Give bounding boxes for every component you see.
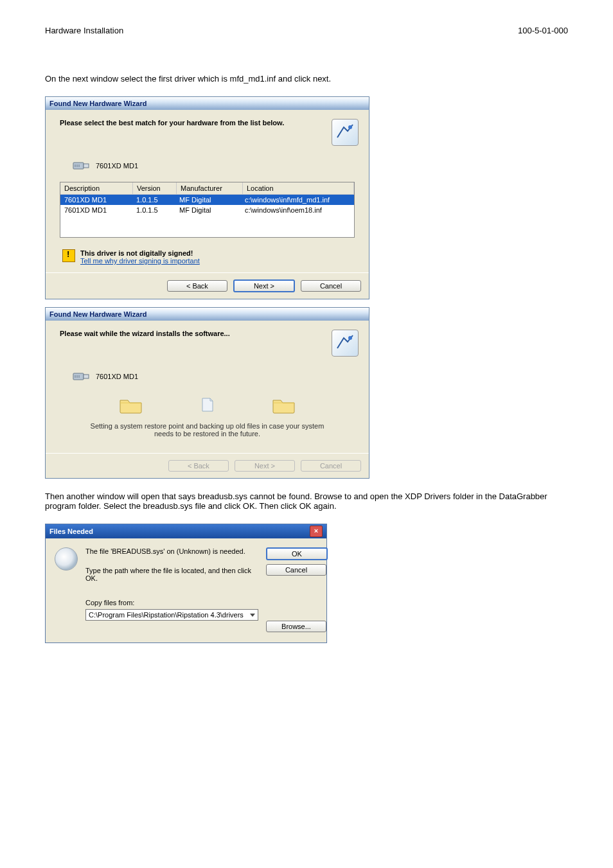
doc-header-right: 100-5-01-000 — [518, 26, 568, 35]
cancel-button[interactable]: Cancel — [301, 280, 361, 292]
driver-row[interactable]: 7601XD MD1 1.0.1.5 MF Digital c:\windows… — [60, 205, 354, 215]
next-button[interactable]: Next > — [233, 279, 295, 292]
disc-icon — [55, 547, 78, 571]
col-location[interactable]: Location — [243, 182, 354, 194]
device-port-icon — [73, 369, 89, 384]
path-combobox[interactable]: C:\Program Files\Ripstation\Ripstation 4… — [85, 609, 258, 621]
copy-animation — [60, 395, 355, 414]
dialog-title: Files Needed — [49, 524, 93, 538]
instruction-paragraph-2: Then another window will open that says … — [45, 492, 568, 511]
signing-info-link[interactable]: Tell me why driver signing is important — [80, 257, 200, 265]
hardware-wizard-icon — [332, 330, 359, 357]
folder-dest-icon — [272, 395, 296, 414]
wizard-prompt: Please select the best match for your ha… — [60, 119, 284, 127]
svg-rect-7 — [73, 373, 84, 380]
device-name-label: 7601XD MD1 — [96, 373, 138, 380]
files-needed-dialog: Files Needed × The file 'BREADUSB.sys' o… — [45, 524, 327, 643]
wizard-prompt: Please wait while the wizard installs th… — [60, 330, 230, 337]
back-button[interactable]: < Back — [167, 280, 227, 292]
col-manufacturer[interactable]: Manufacturer — [177, 182, 243, 194]
install-status-text: Setting a system restore point and backi… — [85, 422, 329, 438]
svg-rect-2 — [84, 164, 89, 168]
cancel-button[interactable]: Cancel — [266, 564, 326, 576]
close-icon[interactable]: × — [310, 526, 323, 537]
signing-warning-text: This driver is not digitally signed! — [80, 249, 200, 257]
browse-button[interactable]: Browse... — [266, 621, 326, 632]
driver-list[interactable]: Description Version Manufacturer Locatio… — [60, 182, 355, 238]
window-title: Found New Hardware Wizard — [46, 308, 369, 321]
file-needed-message: The file 'BREADUSB.sys' on (Unknown) is … — [85, 547, 258, 555]
folder-source-icon — [119, 395, 143, 414]
window-title: Found New Hardware Wizard — [46, 97, 369, 110]
copy-files-from-label: Copy files from: — [85, 599, 258, 607]
svg-rect-1 — [73, 163, 84, 169]
instruction-paragraph-1: On the next window select the first driv… — [45, 74, 568, 84]
back-button: < Back — [168, 460, 229, 472]
doc-header-left: Hardware Installation — [45, 26, 123, 35]
svg-point-0 — [348, 125, 352, 129]
wizard-installing: Found New Hardware Wizard Please wait wh… — [45, 307, 369, 479]
device-name-label: 7601XD MD1 — [96, 162, 138, 170]
device-port-icon — [73, 159, 89, 173]
path-instruction: Type the path where the file is located,… — [85, 567, 258, 582]
hardware-wizard-icon — [332, 119, 359, 146]
col-description[interactable]: Description — [60, 182, 133, 194]
driver-row-selected[interactable]: 7601XD MD1 1.0.1.5 MF Digital c:\windows… — [60, 195, 354, 205]
next-button: Next > — [235, 460, 295, 472]
wizard-select-driver: Found New Hardware Wizard Please select … — [45, 96, 369, 299]
flying-paper-icon — [201, 397, 214, 412]
svg-point-6 — [348, 336, 352, 340]
cancel-button: Cancel — [301, 460, 361, 472]
col-version[interactable]: Version — [133, 182, 177, 194]
warning-icon — [62, 249, 75, 262]
ok-button[interactable]: OK — [266, 547, 328, 560]
list-header: Description Version Manufacturer Locatio… — [60, 182, 354, 195]
svg-rect-8 — [84, 375, 89, 378]
